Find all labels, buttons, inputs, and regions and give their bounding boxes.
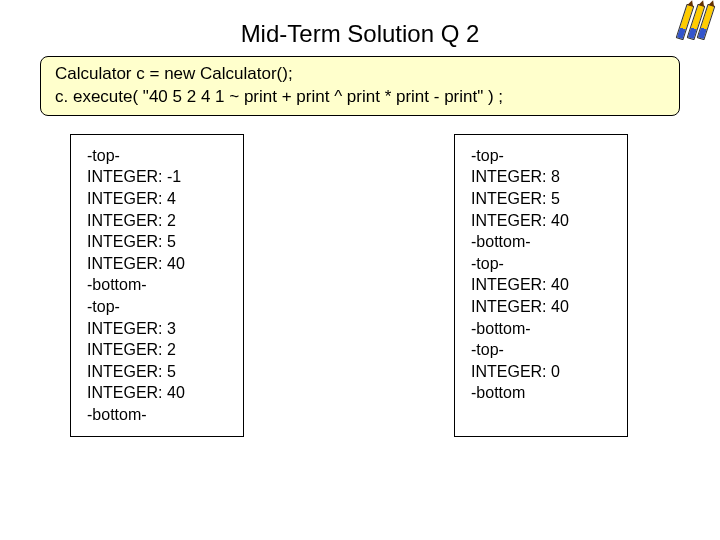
output-left: -top- INTEGER: -1 INTEGER: 4 INTEGER: 2 …	[70, 134, 244, 437]
page-title: Mid-Term Solution Q 2	[0, 20, 720, 48]
output-right: -top- INTEGER: 8 INTEGER: 5 INTEGER: 40 …	[454, 134, 628, 437]
code-block: Calculator c = new Calculator(); c. exec…	[40, 56, 680, 116]
code-line-1: Calculator c = new Calculator();	[55, 63, 665, 86]
code-line-2: c. execute( "40 5 2 4 1 ~ print + print …	[55, 86, 665, 109]
output-columns: -top- INTEGER: -1 INTEGER: 4 INTEGER: 2 …	[70, 134, 720, 437]
decorative-pencils	[683, 4, 710, 44]
